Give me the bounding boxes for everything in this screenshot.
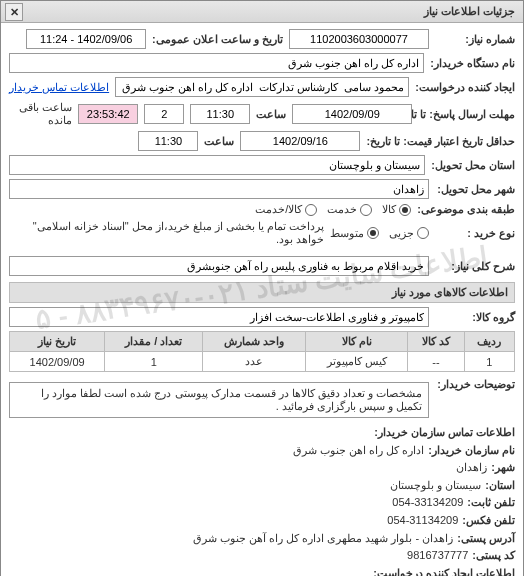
delivery-city-label: شهر محل تحویل:: [435, 183, 515, 196]
close-button[interactable]: ✕: [5, 3, 23, 21]
org-name-input[interactable]: [9, 53, 424, 73]
radio-icon[interactable]: [360, 204, 372, 216]
table-header: تعداد / مقدار: [105, 332, 203, 352]
buyer-contact-link[interactable]: اطلاعات تماس خریدار: [9, 81, 109, 94]
purchase-type-radio-group: جزییمتوسط: [330, 227, 429, 240]
radio-icon[interactable]: [367, 227, 379, 239]
response-deadline-label: مهلت ارسال پاسخ: تا تاریخ:: [418, 108, 515, 121]
contact-postal-value: 9816737777: [407, 547, 468, 565]
contact-org-label: نام سازمان خریدار:: [428, 442, 515, 460]
buyer-notes-label: توضیحات خریدار:: [435, 378, 515, 391]
buyer-notes-box: مشخصات و تعداد دقیق کالاها در قسمت مدارک…: [9, 382, 429, 418]
general-desc-input[interactable]: [9, 256, 429, 276]
delivery-province-input[interactable]: [9, 155, 425, 175]
content-area: شماره نیاز: تاریخ و ساعت اعلان عمومی: نا…: [1, 23, 523, 576]
contact-city-value: زاهدان: [456, 459, 487, 477]
general-desc-label: شرح کلی نیاز:: [435, 260, 515, 273]
response-deadline-date[interactable]: [292, 104, 412, 124]
radio-icon[interactable]: [305, 204, 317, 216]
radio-label: متوسط: [330, 227, 364, 240]
validity-deadline-label: حداقل تاریخ اعتبار قیمت: تا تاریخ:: [366, 135, 515, 148]
window-titlebar: جزئیات اطلاعات نیاز ✕: [1, 1, 523, 23]
item-group-label: گروه کالا:: [435, 311, 515, 324]
purchase-type-label: نوع خرید :: [435, 227, 515, 240]
contact-phone-label: تلفن ثابت:: [467, 494, 515, 512]
purchase-radio-0[interactable]: جزیی: [389, 227, 429, 240]
contact-province-value: سیستان و بلوچستان: [390, 477, 481, 495]
request-number-label: شماره نیاز:: [435, 33, 515, 46]
response-countdown: [78, 104, 138, 124]
category-label: طبقه بندی موضوعی:: [417, 203, 515, 216]
validity-deadline-date[interactable]: [240, 131, 360, 151]
contact-postal-label: کد پستی:: [472, 547, 515, 565]
response-deadline-time[interactable]: [190, 104, 250, 124]
contact-city-label: شهر:: [491, 459, 515, 477]
radio-icon[interactable]: [417, 227, 429, 239]
category-radio-0[interactable]: کالا: [382, 203, 411, 216]
response-time-label: ساعت: [256, 108, 286, 121]
contact-fax-label: تلفن فکس:: [462, 512, 515, 530]
contact-phone-value: 054-33134209: [392, 494, 463, 512]
contact-header: اطلاعات تماس سازمان خریدار:: [374, 424, 515, 442]
requester-header: اطلاعات ایجاد کننده درخواست:: [373, 565, 515, 576]
table-cell: کیس کامپیوتر: [305, 352, 407, 372]
radio-label: کالا: [382, 203, 396, 216]
requester-input[interactable]: [115, 77, 409, 97]
contact-org-value: اداره کل راه اهن جنوب شرق: [293, 442, 424, 460]
validity-deadline-time[interactable]: [138, 131, 198, 151]
table-cell: 1: [464, 352, 514, 372]
contact-province-label: استان:: [485, 477, 515, 495]
category-radio-2[interactable]: کالا/خدمت: [255, 203, 317, 216]
request-number-input[interactable]: [289, 29, 429, 49]
items-section-header: اطلاعات کالاهای مورد نیاز: [9, 282, 515, 303]
radio-label: کالا/خدمت: [255, 203, 302, 216]
window-title: جزئیات اطلاعات نیاز: [424, 5, 515, 17]
table-header: واحد شمارش: [203, 332, 305, 352]
purchase-note: پرداخت تمام یا بخشی از مبلغ خرید،از محل …: [9, 220, 324, 246]
items-table: ردیفکد کالانام کالاواحد شمارشتعداد / مقد…: [9, 331, 515, 372]
announce-datetime-input[interactable]: [26, 29, 146, 49]
purchase-radio-1[interactable]: متوسط: [330, 227, 379, 240]
item-group-input[interactable]: [9, 307, 429, 327]
delivery-province-label: استان محل تحویل:: [431, 159, 515, 172]
radio-icon[interactable]: [399, 204, 411, 216]
table-row[interactable]: 1--کیس کامپیوترعدد11402/09/09: [10, 352, 515, 372]
contact-section: اطلاعات تماس سازمان خریدار: نام سازمان خ…: [9, 424, 515, 576]
table-cell: 1: [105, 352, 203, 372]
contact-address-label: آدرس پستی:: [457, 530, 515, 548]
validity-time-label: ساعت: [204, 135, 234, 148]
contact-address-value: زاهدان - بلوار شهید مطهری اداره کل راه آ…: [193, 530, 453, 548]
remaining-label: ساعت باقی مانده: [9, 101, 72, 127]
contact-fax-value: 054-31134209: [387, 512, 458, 530]
table-header: نام کالا: [305, 332, 407, 352]
table-cell: --: [408, 352, 464, 372]
category-radio-group: کالاخدمتکالا/خدمت: [255, 203, 411, 216]
radio-label: خدمت: [327, 203, 357, 216]
announce-datetime-label: تاریخ و ساعت اعلان عمومی:: [152, 33, 283, 46]
table-header: ردیف: [464, 332, 514, 352]
delivery-city-input[interactable]: [9, 179, 429, 199]
table-cell: عدد: [203, 352, 305, 372]
table-header: تاریخ نیاز: [10, 332, 105, 352]
requester-label: ایجاد کننده درخواست:: [415, 81, 515, 94]
table-cell: 1402/09/09: [10, 352, 105, 372]
radio-label: جزیی: [389, 227, 414, 240]
response-deadline-count[interactable]: [144, 104, 184, 124]
table-header: کد کالا: [408, 332, 464, 352]
org-name-label: نام دستگاه خریدار:: [430, 57, 515, 70]
category-radio-1[interactable]: خدمت: [327, 203, 372, 216]
